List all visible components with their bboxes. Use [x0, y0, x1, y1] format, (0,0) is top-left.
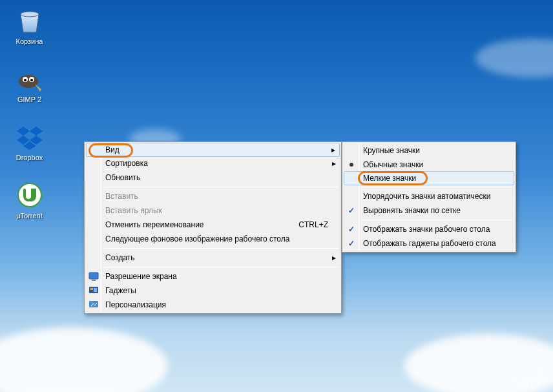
- radio-selected-icon: [346, 160, 357, 170]
- desktop-icon-label: µTorrent: [5, 212, 54, 220]
- menu-item-label: Крупные значки: [363, 146, 420, 155]
- menu-item-label: Создать: [105, 253, 135, 262]
- menu-item-label: Разрешение экрана: [105, 272, 177, 281]
- menu-separator: [362, 187, 513, 187]
- svg-point-4: [24, 79, 26, 81]
- desktop-icon-utorrent[interactable]: µTorrent: [5, 180, 54, 220]
- check-icon: ✓: [346, 205, 357, 216]
- recycle-bin-icon: [14, 5, 45, 36]
- menu-item-label: Следующее фоновое изображение рабочего с…: [105, 234, 289, 243]
- menu-item-medium-icons[interactable]: Обычные значки: [344, 158, 514, 172]
- cloud: [475, 39, 553, 77]
- menu-separator: [104, 248, 339, 249]
- menu-item-personalize[interactable]: Персонализация: [86, 298, 340, 312]
- menu-item-view[interactable]: Вид ▸: [86, 143, 340, 157]
- personalize-icon: [89, 300, 99, 310]
- desktop-icon-label: Dropbox: [5, 154, 54, 161]
- menu-item-label: Обновить: [105, 173, 140, 182]
- menu-separator: [362, 220, 513, 220]
- menu-item-undo-rename[interactable]: Отменить переименование CTRL+Z: [86, 218, 340, 232]
- svg-point-1: [19, 75, 38, 88]
- menu-item-small-icons[interactable]: Мелкие значки: [344, 171, 514, 185]
- menu-item-screen-resolution[interactable]: Разрешение экрана: [86, 269, 340, 284]
- menu-item-sort[interactable]: Сортировка ▸: [86, 156, 340, 170]
- menu-separator: [104, 267, 339, 267]
- svg-point-0: [21, 12, 39, 17]
- watermark-line2: Sovet: [512, 371, 547, 391]
- menu-item-label: Сортировка: [105, 159, 148, 168]
- menu-item-label: Отменить переименование: [105, 220, 204, 229]
- check-icon: ✓: [346, 238, 357, 249]
- check-icon: ✓: [346, 224, 357, 234]
- menu-item-label: Гаджеты: [105, 286, 136, 295]
- menu-item-show-gadgets[interactable]: ✓ Отображать гаджеты рабочего стола: [344, 236, 514, 251]
- menu-item-paste-shortcut: Вставить ярлык: [86, 203, 340, 218]
- menu-item-label: Мелкие значки: [363, 174, 416, 183]
- menu-item-shortcut: CTRL+Z: [273, 220, 328, 229]
- submenu-arrow-icon: ▸: [332, 253, 336, 262]
- desktop-icon-dropbox[interactable]: Dropbox: [5, 121, 54, 161]
- svg-rect-8: [92, 280, 96, 281]
- menu-item-next-wallpaper[interactable]: Следующее фоновое изображение рабочего с…: [86, 232, 340, 246]
- menu-item-auto-arrange[interactable]: Упорядочить значки автоматически: [344, 189, 514, 203]
- menu-item-label: Отображать значки рабочего стола: [363, 225, 490, 234]
- view-submenu: Крупные значки Обычные значки Мелкие зна…: [342, 141, 516, 253]
- menu-item-label: Выровнять значки по сетке: [363, 206, 461, 215]
- svg-point-6: [18, 183, 41, 207]
- svg-rect-10: [90, 288, 93, 290]
- menu-item-paste: Вставить: [86, 189, 340, 203]
- utorrent-icon: [14, 180, 45, 211]
- svg-rect-11: [94, 288, 97, 292]
- menu-item-new[interactable]: Создать ▸: [86, 251, 340, 265]
- gimp-icon: [14, 63, 45, 94]
- menu-item-align-grid[interactable]: ✓ Выровнять значки по сетке: [344, 203, 514, 218]
- desktop-icon-label: GIMP 2: [5, 96, 54, 103]
- submenu-arrow-icon: ▸: [332, 159, 336, 168]
- screen-resolution-icon: [89, 271, 99, 282]
- desktop-icon-recycle-bin[interactable]: Корзина: [5, 5, 54, 45]
- menu-separator: [104, 187, 339, 187]
- menu-item-label: Вид: [105, 145, 120, 154]
- menu-item-label: Отображать гаджеты рабочего стола: [363, 239, 496, 248]
- watermark: club Sovet: [512, 367, 548, 390]
- submenu-arrow-icon: ▸: [331, 145, 335, 154]
- svg-point-5: [30, 79, 33, 81]
- desktop-icon-gimp[interactable]: GIMP 2: [5, 63, 54, 103]
- desktop-icon-label: Корзина: [5, 37, 54, 45]
- menu-item-label: Вставить ярлык: [105, 206, 162, 215]
- menu-item-label: Персонализация: [105, 300, 166, 309]
- menu-item-large-icons[interactable]: Крупные значки: [344, 143, 514, 158]
- menu-item-label: Обычные значки: [363, 160, 423, 169]
- dropbox-icon: [14, 121, 45, 152]
- desktop-context-menu: Вид ▸ Сортировка ▸ Обновить Вставить Вст…: [84, 141, 342, 314]
- menu-item-gadgets[interactable]: Гаджеты: [86, 284, 340, 298]
- menu-item-label: Упорядочить значки автоматически: [363, 192, 490, 201]
- menu-item-label: Вставить: [105, 192, 138, 201]
- menu-item-refresh[interactable]: Обновить: [86, 170, 340, 185]
- cloud: [0, 327, 168, 392]
- gadgets-icon: [89, 285, 99, 296]
- menu-item-show-desktop-icons[interactable]: ✓ Отображать значки рабочего стола: [344, 222, 514, 236]
- svg-rect-7: [89, 273, 98, 279]
